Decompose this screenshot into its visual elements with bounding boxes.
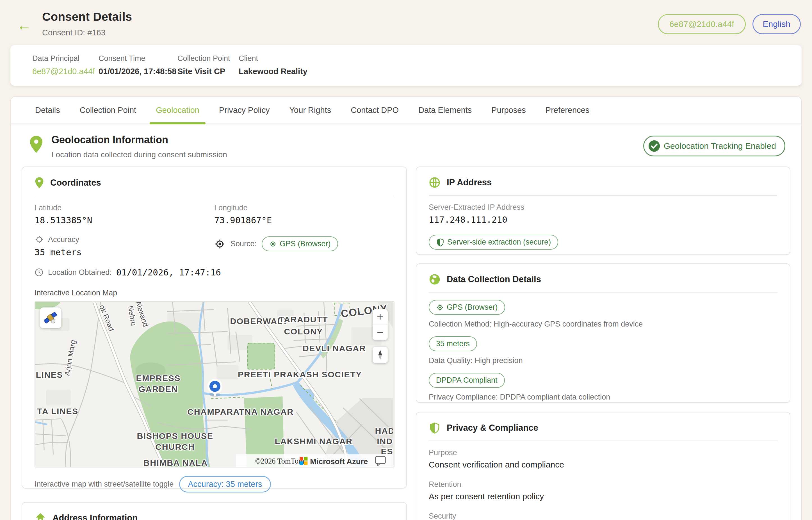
geolocation-section-header: Geolocation Information Location data co… — [11, 124, 801, 159]
retention-label: Retention — [429, 480, 778, 489]
tab-privacy-policy[interactable]: Privacy Policy — [213, 97, 276, 124]
check-circle-icon — [648, 140, 660, 152]
map-canvas[interactable]: COLONY DOBERWADI TARADUTT COLONY DEVLI N… — [35, 302, 393, 467]
latitude-field: Latitude 18.513385°N — [34, 204, 214, 225]
summary-client: Client Lakewood Reality — [239, 54, 308, 76]
summary-consent-time: Consent Time 01/01/2026, 17:48:58 — [99, 54, 178, 76]
map-pin-icon — [34, 177, 44, 189]
map-label: BISHOPS HOUSE — [137, 431, 213, 441]
compass-needle-icon — [377, 350, 383, 360]
map-label: LINES — [36, 370, 63, 379]
consent-detail-panel: Details Collection Point Geolocation Pri… — [10, 96, 802, 520]
map-label: LAKSHMI NAGAR — [274, 437, 352, 446]
map-pin-icon — [29, 135, 44, 154]
satellite-icon — [43, 311, 58, 325]
map-title: Interactive Location Map — [34, 289, 394, 297]
summary-collection-point: Collection Point Site Visit CP — [178, 54, 239, 76]
obtained-value: 01/01/2026, 17:47:16 — [116, 267, 221, 278]
accuracy-field: Accuracy 35 meters — [34, 235, 214, 267]
address-card: Address Information — [22, 502, 407, 520]
source-label: Source: — [231, 239, 257, 248]
globe-filled-icon — [429, 274, 441, 285]
page-title: Consent Details — [42, 10, 132, 24]
section-subtitle: Location data collected during consent s… — [51, 150, 227, 159]
map-caption: Interactive map with street/satellite to… — [34, 480, 174, 489]
ip-value: 117.248.111.210 — [429, 214, 778, 225]
longitude-value: 73.901867°E — [214, 215, 394, 225]
globe-icon — [429, 177, 441, 188]
longitude-field: Longitude 73.901867°E — [214, 204, 394, 225]
gps-method-badge: GPS (Browser) — [429, 300, 505, 315]
privacy-compliance-card: Privacy & Compliance Purpose Consent ver… — [416, 412, 790, 520]
back-arrow-icon[interactable]: ← — [17, 18, 31, 32]
gps-method-label: GPS (Browser) — [447, 303, 498, 312]
ip-label: Server-Extracted IP Address — [429, 203, 778, 212]
map-label: HADA — [375, 426, 393, 436]
gps-source-label: GPS (Browser) — [280, 239, 331, 248]
summary-value: Lakewood Reality — [239, 67, 308, 76]
tab-data-elements[interactable]: Data Elements — [412, 97, 478, 124]
compass-button[interactable] — [373, 347, 388, 363]
zoom-in-button[interactable]: + — [373, 309, 388, 325]
dpdpa-label: DPDPA Compliant — [436, 376, 498, 385]
user-id-badge: 6e87@21d0.a44f — [658, 14, 746, 34]
summary-label: Data Principal — [32, 54, 99, 63]
crosshair-icon — [436, 304, 444, 311]
interactive-map[interactable]: COLONY DOBERWADI TARADUTT COLONY DEVLI N… — [34, 301, 394, 468]
summary-label: Collection Point — [178, 54, 239, 63]
map-accuracy-badge: Accuracy: 35 meters — [179, 476, 271, 493]
clock-icon — [34, 268, 44, 277]
map-label: BHIMBA NALA — [143, 458, 208, 467]
map-label: DEVLI NAGAR — [303, 344, 366, 353]
accuracy-label: Accuracy — [48, 235, 79, 244]
tab-bar: Details Collection Point Geolocation Pri… — [11, 97, 801, 124]
tab-purposes[interactable]: Purposes — [485, 97, 532, 124]
latitude-label: Latitude — [34, 204, 214, 212]
section-title: Geolocation Information — [51, 134, 227, 146]
data-quality-text: Data Quality: High precision — [429, 356, 778, 365]
server-extraction-badge: Server-side extraction (secure) — [429, 235, 558, 250]
purpose-label: Purpose — [429, 448, 778, 457]
collection-method-text: Collection Method: High-accuracy GPS coo… — [429, 320, 778, 329]
summary-value: 6e87@21d0.a44f — [32, 67, 99, 76]
card-title: Privacy & Compliance — [447, 423, 538, 433]
crosshair-icon — [269, 240, 277, 248]
gps-source-badge: GPS (Browser) — [262, 236, 338, 251]
tab-geolocation[interactable]: Geolocation — [150, 97, 206, 124]
tracking-status-badge: Geolocation Tracking Enabled — [643, 136, 785, 156]
page-header: ← Consent Details Consent ID: #163 6e87@… — [0, 0, 812, 37]
tomtom-attribution: ©2026 TomTom — [255, 457, 304, 465]
retention-value: As per consent retention policy — [429, 492, 778, 501]
map-zoom-controls: + − — [373, 309, 388, 340]
satellite-toggle-button[interactable] — [40, 308, 61, 328]
map-label: TARADUTT — [279, 315, 328, 324]
summary-label: Client — [239, 54, 308, 63]
tab-your-rights[interactable]: Your Rights — [283, 97, 337, 124]
map-label: CHURCH — [155, 442, 194, 451]
map-label: CHAMPARATNA NAGAR — [187, 407, 293, 416]
accuracy-meters-badge: 35 meters — [429, 336, 477, 351]
longitude-label: Longitude — [214, 204, 394, 212]
language-button[interactable]: English — [753, 14, 801, 34]
map-label: DOBERWADI — [230, 316, 286, 326]
card-title: Coordinates — [50, 178, 101, 188]
map-label: TA LINES — [37, 407, 78, 416]
accuracy-meters-label: 35 meters — [436, 339, 470, 348]
map-label: PREETI PRAKASH SOCIETY — [238, 370, 362, 379]
consent-summary-bar: Data Principal 6e87@21d0.a44f Consent Ti… — [10, 45, 802, 86]
map-label: EMPRESS — [136, 373, 181, 383]
security-label: Security — [429, 512, 778, 520]
tab-details[interactable]: Details — [29, 97, 66, 124]
tab-contact-dpo[interactable]: Contact DPO — [344, 97, 405, 124]
purpose-value: Consent verification and compliance — [429, 460, 778, 469]
tab-preferences[interactable]: Preferences — [540, 97, 596, 124]
server-extraction-label: Server-side extraction (secure) — [447, 238, 551, 246]
zoom-out-button[interactable]: − — [373, 325, 388, 340]
tab-collection-point[interactable]: Collection Point — [74, 97, 142, 124]
location-obtained-field: Location Obtained: 01/01/2026, 17:47:16 — [34, 267, 394, 278]
obtained-label: Location Obtained: — [48, 268, 112, 277]
source-field: Source: GPS (Browser) — [214, 235, 394, 267]
coordinates-card: Coordinates Latitude 18.513385°N Longitu… — [22, 166, 407, 489]
accuracy-value: 35 meters — [34, 247, 214, 257]
summary-value: 01/01/2026, 17:48:58 — [99, 67, 178, 76]
